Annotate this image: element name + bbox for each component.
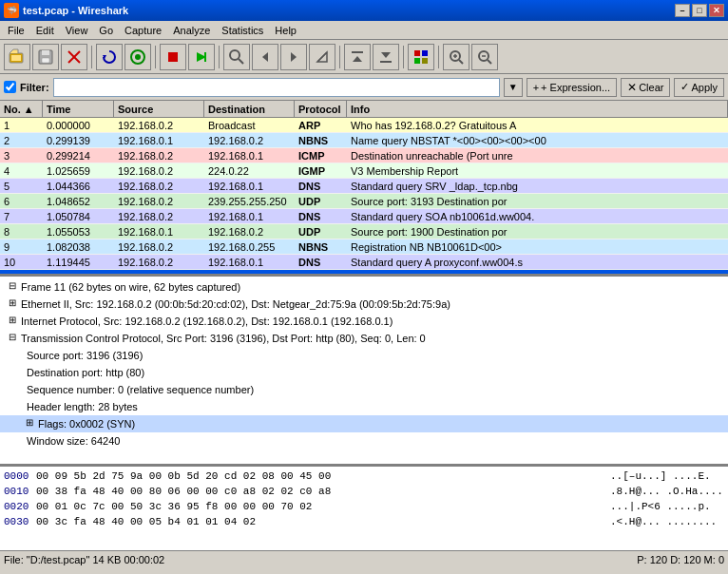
svg-rect-10: [168, 52, 178, 62]
table-row[interactable]: 11 1.226156 192.168.0.2 192.168.0.1 TCP …: [0, 270, 728, 274]
detail-row: Header length: 28 bytes: [0, 398, 728, 415]
table-row[interactable]: 6 1.048652 192.168.0.2 239.255.255.250 U…: [0, 194, 728, 209]
col-header-protocol[interactable]: Protocol: [295, 101, 347, 117]
svg-line-14: [239, 59, 243, 64]
svg-rect-24: [422, 50, 428, 56]
forward-button[interactable]: [280, 44, 307, 70]
clear-button[interactable]: ✕ Clear: [621, 78, 670, 97]
status-left: File: "D:/test.pcap" 14 KB 00:00:02: [4, 554, 164, 565]
window-title: test.pcap - Wireshark: [23, 5, 128, 16]
detail-row: Source port: 3196 (3196): [0, 347, 728, 364]
back-button[interactable]: [252, 44, 278, 70]
separator-4: [339, 46, 340, 68]
detail-row: Destination port: http (80): [0, 364, 728, 381]
svg-rect-23: [414, 50, 420, 56]
svg-rect-1: [11, 55, 21, 61]
col-header-source[interactable]: Source: [114, 101, 204, 117]
table-row[interactable]: 9 1.082038 192.168.0.2 192.168.0.255 NBN…: [0, 239, 728, 255]
menu-bar: File Edit View Go Capture Analyze Statis…: [0, 21, 728, 40]
detail-row[interactable]: Internet Protocol, Src: 192.168.0.2 (192…: [0, 313, 728, 330]
expand-icon[interactable]: [23, 416, 36, 430]
svg-marker-15: [262, 52, 268, 62]
coloring-button[interactable]: [408, 44, 434, 70]
menu-capture[interactable]: Capture: [119, 23, 167, 38]
menu-go[interactable]: Go: [93, 23, 119, 38]
separator-5: [403, 46, 404, 68]
close-capture-button[interactable]: [61, 44, 87, 70]
col-header-info[interactable]: Info: [347, 101, 728, 117]
maximize-button[interactable]: □: [692, 4, 707, 17]
table-row[interactable]: 8 1.055053 192.168.0.1 192.168.0.2 UDP S…: [0, 224, 728, 239]
expand-icon[interactable]: [6, 331, 19, 344]
col-header-destination[interactable]: Destination: [204, 101, 295, 117]
packet-list-header: No. ▲ Time Source Destination Protocol I…: [0, 101, 728, 118]
detail-row[interactable]: Ethernet II, Src: 192.168.0.2 (00:0b:5d:…: [0, 296, 728, 313]
open-button[interactable]: [4, 44, 30, 70]
col-header-no[interactable]: No. ▲: [0, 101, 43, 117]
save-button[interactable]: [32, 44, 59, 70]
separator-1: [91, 46, 92, 68]
zoom-out-button[interactable]: [471, 44, 498, 70]
filter-input[interactable]: [53, 78, 500, 97]
goto-button[interactable]: [309, 44, 335, 70]
packet-detail: Frame 11 (62 bytes on wire, 62 bytes cap…: [0, 277, 728, 467]
table-row[interactable]: 3 0.299214 192.168.0.2 192.168.0.1 ICMP …: [0, 148, 728, 163]
filter-checkbox[interactable]: [4, 81, 16, 93]
capture-options-button[interactable]: [125, 44, 151, 70]
table-row[interactable]: 1 0.000000 192.168.0.2 Broadcast ARP Who…: [0, 118, 728, 133]
reload-button[interactable]: [96, 44, 123, 70]
separator-6: [438, 46, 439, 68]
apply-button[interactable]: ✓ Apply: [674, 78, 724, 97]
packet-list-body[interactable]: 1 0.000000 192.168.0.2 Broadcast ARP Who…: [0, 118, 728, 274]
svg-point-9: [135, 54, 141, 60]
filter-bar: Filter: ▼ + + Expression... ✕ Clear ✓ Ap…: [0, 74, 728, 101]
expand-icon[interactable]: [6, 279, 19, 293]
status-bar: File: "D:/test.pcap" 14 KB 00:00:02 P: 1…: [0, 550, 728, 567]
expand-icon[interactable]: [6, 314, 19, 327]
detail-row[interactable]: Transmission Control Protocol, Src Port:…: [0, 330, 728, 347]
svg-line-32: [488, 60, 491, 64]
svg-marker-22: [381, 52, 391, 58]
hex-row: 0000 00 09 5b 2d 75 9a 00 0b 5d 20 cd 02…: [4, 469, 724, 484]
detail-row[interactable]: Flags: 0x0002 (SYN): [0, 415, 728, 432]
minimize-button[interactable]: –: [675, 4, 690, 17]
svg-line-18: [317, 52, 327, 62]
table-row[interactable]: 5 1.044366 192.168.0.2 192.168.0.1 DNS S…: [0, 179, 728, 194]
filter-label: Filter:: [20, 82, 49, 93]
menu-statistics[interactable]: Statistics: [216, 23, 269, 38]
status-right: P: 120 D: 120 M: 0: [637, 554, 724, 565]
menu-analyze[interactable]: Analyze: [167, 23, 216, 38]
svg-line-28: [459, 60, 463, 64]
svg-rect-26: [422, 58, 428, 64]
svg-marker-16: [291, 52, 297, 62]
app-icon: 🦈: [4, 3, 19, 18]
table-row[interactable]: 2 0.299139 192.168.0.1 192.168.0.2 NBNS …: [0, 133, 728, 148]
bottom-button[interactable]: [373, 44, 399, 70]
hex-row: 0030 00 3c fa 48 40 00 05 b4 01 01 04 02…: [4, 514, 724, 529]
separator-3: [219, 46, 220, 68]
stop-button[interactable]: [160, 44, 186, 70]
menu-file[interactable]: File: [2, 23, 30, 38]
table-row[interactable]: 4 1.025659 192.168.0.2 224.0.22 IGMP V3 …: [0, 163, 728, 179]
hex-dump: 0000 00 09 5b 2d 75 9a 00 0b 5d 20 cd 02…: [0, 467, 728, 550]
close-button[interactable]: ✕: [709, 4, 724, 17]
detail-row[interactable]: Frame 11 (62 bytes on wire, 62 bytes cap…: [0, 278, 728, 296]
svg-rect-3: [42, 50, 49, 55]
menu-view[interactable]: View: [60, 23, 94, 38]
detail-row: Window size: 64240: [0, 432, 728, 450]
table-row[interactable]: 7 1.050784 192.168.0.2 192.168.0.1 DNS S…: [0, 209, 728, 224]
menu-edit[interactable]: Edit: [30, 23, 60, 38]
zoom-in-button[interactable]: [443, 44, 469, 70]
menu-help[interactable]: Help: [269, 23, 302, 38]
filter-dropdown[interactable]: ▼: [504, 78, 523, 97]
find-button[interactable]: [223, 44, 250, 70]
capture-restart-button[interactable]: [188, 44, 215, 70]
expression-button[interactable]: + + Expression...: [527, 78, 618, 97]
table-row[interactable]: 10 1.119445 192.168.0.2 192.168.0.1 DNS …: [0, 255, 728, 270]
top-button[interactable]: [344, 44, 371, 70]
expand-icon[interactable]: [6, 297, 19, 310]
svg-rect-4: [42, 58, 49, 63]
svg-rect-25: [414, 58, 420, 64]
svg-marker-20: [353, 56, 362, 62]
col-header-time[interactable]: Time: [43, 101, 114, 117]
